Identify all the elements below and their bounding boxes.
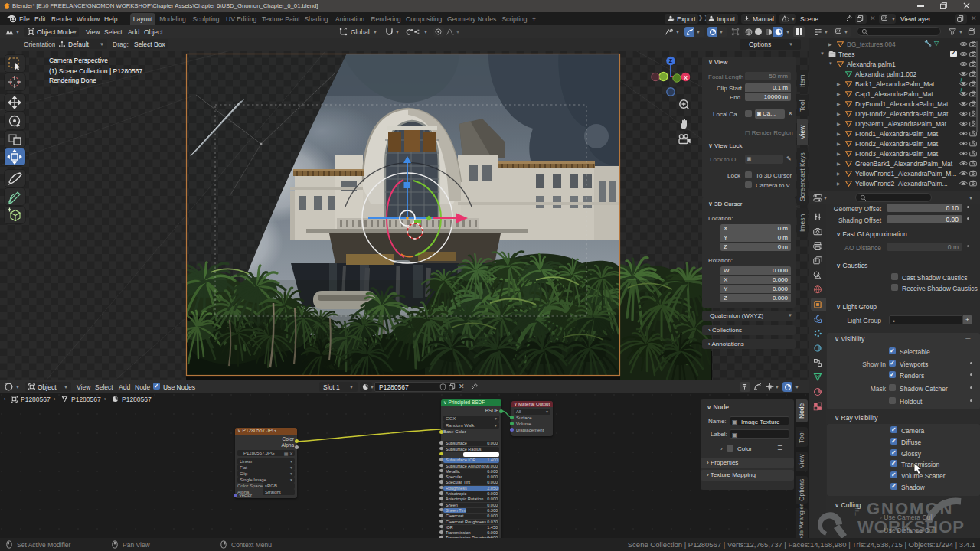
svg-text:X: X [684, 75, 688, 80]
svg-text:Z: Z [669, 58, 673, 64]
